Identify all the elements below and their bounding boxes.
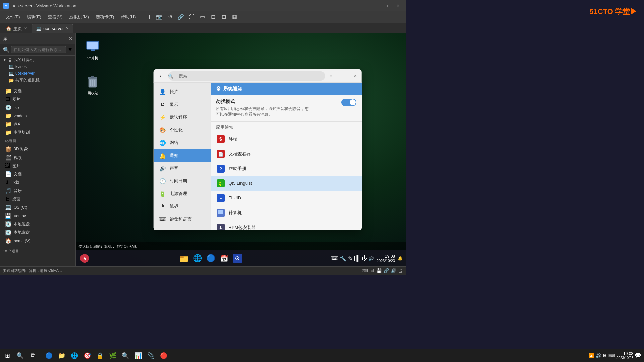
usb-icon[interactable]: ⊞: [219, 12, 228, 22]
settings-nav-datetime[interactable]: 🕐 时间日期: [153, 175, 210, 187]
file-nanwang[interactable]: 📁 南网培训: [3, 129, 73, 136]
settings-nav-notification[interactable]: 🔔 通知: [153, 149, 210, 162]
tab-home-close[interactable]: ✕: [24, 26, 27, 31]
drive-desktop[interactable]: 🖥 桌面: [3, 195, 73, 203]
win-chrome-btn[interactable]: 🌐: [68, 350, 80, 362]
drive-ventoy[interactable]: 💾 Ventoy: [3, 212, 73, 220]
notification-bell-icon[interactable]: 🔔: [398, 256, 403, 261]
menu-help[interactable]: 帮助(H): [118, 13, 138, 21]
file-documents[interactable]: 📁 文档: [3, 87, 73, 95]
settings-close-button[interactable]: ✕: [352, 73, 359, 79]
sb-icon-4[interactable]: 🔗: [384, 268, 389, 273]
win-keyboard-icon[interactable]: ⌨: [608, 353, 615, 358]
app-notif-docviewer[interactable]: 📄 文档查看器: [210, 146, 361, 161]
tb-icon-2[interactable]: 🔧: [340, 255, 346, 262]
app-notif-qt5linguist[interactable]: Qt Qt5 Linguist: [210, 176, 361, 191]
network-icon[interactable]: 🔗: [176, 12, 185, 22]
sb-icon-5[interactable]: 🔊: [391, 268, 396, 273]
close-button[interactable]: ✕: [393, 2, 403, 9]
app-notif-manual[interactable]: ? 帮助手册: [210, 161, 361, 176]
tree-kyinos[interactable]: 💻 kyinos: [6, 63, 75, 70]
drive-local2[interactable]: 💽 本地磁盘: [3, 229, 73, 236]
desktop-icon-trash[interactable]: 回收站: [79, 71, 106, 98]
extra-icon[interactable]: ▦: [230, 12, 239, 22]
uos-browser-btn[interactable]: 🌐: [191, 252, 203, 264]
maximize-button[interactable]: □: [384, 2, 393, 9]
win-app6-btn[interactable]: 🔍: [119, 350, 131, 362]
tree-uos-server[interactable]: 💻 uos-server: [6, 70, 75, 77]
win-app5-btn[interactable]: 🌿: [107, 350, 119, 362]
drive-video[interactable]: 🎬 视频: [3, 154, 73, 162]
minimize-button[interactable]: ─: [375, 2, 384, 9]
sidebar-search-input[interactable]: [11, 46, 66, 53]
win-app8-btn[interactable]: 📎: [145, 350, 157, 362]
tab-home[interactable]: 🏠 主页 ✕: [2, 24, 32, 33]
fullscreen-icon[interactable]: ⛶: [187, 12, 196, 22]
settings-search-input[interactable]: [168, 71, 325, 81]
revert-icon[interactable]: ↺: [165, 12, 175, 22]
drive-os-c[interactable]: 💻 OS (C:): [3, 203, 73, 211]
start-button[interactable]: ⊞: [1, 350, 13, 362]
menu-vm[interactable]: 虚拟机(M): [66, 13, 92, 21]
sb-icon-3[interactable]: 💾: [376, 268, 382, 273]
sb-icon-2[interactable]: 🖥: [370, 268, 374, 273]
tb-icon-6[interactable]: 🔊: [368, 256, 374, 261]
win-tray-1[interactable]: 🔼: [588, 353, 594, 358]
drive-home[interactable]: 🏠 home (V): [3, 237, 73, 245]
settings-nav-display[interactable]: 🖥 显示: [153, 98, 210, 111]
sidebar-close-button[interactable]: ✕: [69, 36, 73, 41]
settings-nav-network[interactable]: 🌐 网络: [153, 136, 210, 149]
snapshot-icon[interactable]: 📷: [155, 12, 164, 22]
file-iso[interactable]: 💿 iso: [3, 104, 73, 111]
stretch-icon[interactable]: ⊡: [208, 12, 218, 22]
uos-edge-btn[interactable]: 🔵: [205, 252, 217, 264]
settings-back-button[interactable]: ‹: [156, 71, 165, 81]
app-notif-terminal[interactable]: $ 终端: [210, 132, 361, 146]
settings-nav-power[interactable]: 🔋 电源管理: [153, 187, 210, 200]
tree-shared-vms[interactable]: 📂 共享的虚拟机: [6, 77, 75, 84]
settings-nav-sound[interactable]: 🔊 声音: [153, 162, 210, 175]
desktop-icon-computer[interactable]: 计算机: [79, 37, 106, 63]
win-display-icon[interactable]: 🖥: [602, 353, 607, 358]
drive-music[interactable]: 🎵 音乐: [3, 187, 73, 195]
app-notif-rpm[interactable]: ⬇ RPM包安装器: [210, 220, 361, 230]
view-icon[interactable]: ▭: [198, 12, 207, 22]
drive-3d[interactable]: 📦 3D 对象: [3, 145, 73, 153]
uos-settings-btn[interactable]: [231, 252, 244, 264]
drive-docs[interactable]: 📄 文档: [3, 170, 73, 178]
uos-files-btn[interactable]: [178, 252, 190, 264]
suspend-icon[interactable]: ⏸: [144, 12, 153, 22]
sb-icon-6[interactable]: 🖨: [398, 268, 403, 273]
file-lesson4[interactable]: 📁 课4: [3, 120, 73, 128]
win-notification-icon[interactable]: 💬: [635, 352, 641, 359]
uos-calendar-btn[interactable]: 📅: [218, 252, 230, 264]
drive-local1[interactable]: 💽 本地磁盘: [3, 220, 73, 228]
win-app4-btn[interactable]: 🔒: [94, 350, 106, 362]
menu-edit[interactable]: 编辑(E): [24, 13, 44, 21]
win-speaker-icon[interactable]: 🔊: [595, 353, 601, 358]
settings-nav-mouse[interactable]: 🖱 鼠标: [153, 200, 210, 213]
drive-pictures[interactable]: 🖼 图片: [3, 162, 73, 170]
tab-uos-close[interactable]: ✕: [66, 26, 69, 31]
taskview-button[interactable]: ⧉: [27, 350, 39, 362]
settings-minimize-button[interactable]: ─: [336, 73, 342, 79]
win-app7-btn[interactable]: 📊: [132, 350, 144, 362]
tab-uos[interactable]: 💻 uos-server ✕: [32, 24, 73, 33]
sb-icon-1[interactable]: ⌨: [362, 268, 368, 273]
settings-nav-personalize[interactable]: 🎨 个性化: [153, 124, 210, 136]
settings-nav-defaultapps[interactable]: ⚡ 默认程序: [153, 111, 210, 124]
dnd-toggle[interactable]: [341, 99, 356, 106]
menu-tabs[interactable]: 选项卡(T): [93, 13, 117, 21]
file-vmdata[interactable]: 📁 vmdata: [3, 112, 73, 120]
dropdown-icon[interactable]: ▼: [67, 47, 73, 53]
vmware-display[interactable]: 计算机 回收站: [76, 33, 406, 266]
settings-nav-sysinfo[interactable]: ℹ 系统信息: [153, 226, 210, 230]
tb-icon-1[interactable]: ⌨: [331, 255, 338, 262]
tb-icon-4[interactable]: ▌: [357, 255, 360, 261]
win-edge-btn[interactable]: 🔵: [43, 350, 55, 362]
tb-icon-5[interactable]: ⏻: [362, 255, 367, 261]
win-app9-btn[interactable]: 🔴: [158, 350, 170, 362]
win-explorer-btn[interactable]: 📁: [56, 350, 68, 362]
drive-downloads[interactable]: ⬇ 下载: [3, 179, 73, 186]
menu-file[interactable]: 文件(F): [3, 13, 23, 21]
